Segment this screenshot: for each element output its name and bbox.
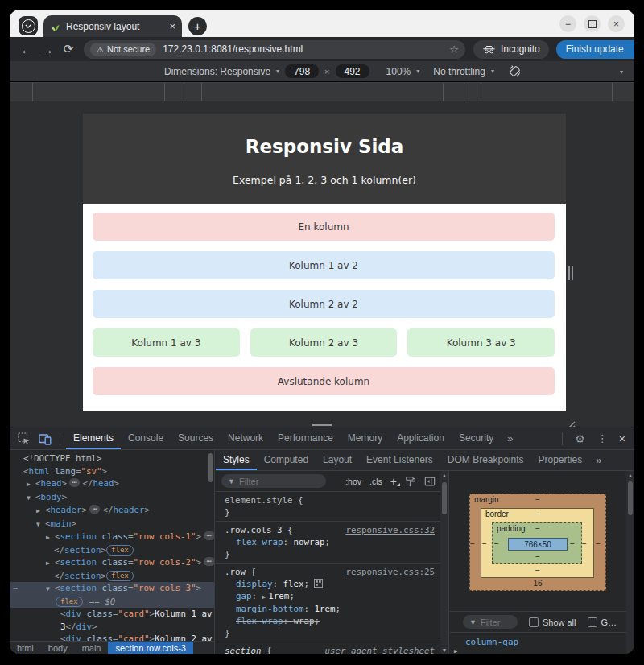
viewport-height-input[interactable]	[336, 64, 369, 78]
settings-gear-icon[interactable]: ⚙	[568, 432, 592, 445]
flex-badge[interactable]: flex	[106, 571, 134, 581]
styles-scrollbar[interactable]: ▲ ▼	[440, 471, 448, 654]
expand-arrow-icon[interactable]: ▶	[454, 648, 457, 654]
devtools-tab-network[interactable]: Network	[221, 428, 270, 449]
css-rule[interactable]: element.style {}	[216, 492, 441, 522]
toggle-class-button[interactable]: .cls	[366, 477, 386, 486]
css-property[interactable]: flex-wrap: wrap;	[225, 615, 435, 627]
scroll-down-icon[interactable]: ▼	[440, 647, 448, 653]
dom-line[interactable]: </section>flex	[10, 570, 214, 583]
show-all-checkbox[interactable]	[529, 618, 539, 627]
devtools-menu-dots-icon[interactable]: ⋮	[592, 432, 613, 444]
scrollbar-thumb[interactable]	[442, 482, 447, 514]
sidebar-tab-computed[interactable]: Computed	[257, 450, 316, 470]
devtools-tab-application[interactable]: Application	[390, 428, 452, 449]
margin-top-value[interactable]: −	[530, 495, 546, 504]
devtools-tab-performance[interactable]: Performance	[270, 428, 341, 449]
minimize-button[interactable]: −	[559, 15, 576, 32]
sidebar-tab-event-listeners[interactable]: Event Listeners	[359, 450, 440, 470]
reload-icon[interactable]: ⟳	[58, 42, 79, 56]
scrollbar-thumb[interactable]	[208, 453, 213, 482]
devtools-close-icon[interactable]: ×	[613, 432, 634, 445]
box-model-content[interactable]: 766×50	[508, 538, 568, 551]
border-bottom-value[interactable]: −	[530, 566, 546, 575]
dom-line[interactable]: ▶<section class="row cols-1">⋯	[10, 531, 214, 544]
throttling-selector[interactable]: No throttling	[433, 66, 485, 77]
bookmark-star-icon[interactable]: ☆	[449, 43, 459, 56]
stylesheet-source-link[interactable]: responsive.css:32	[345, 524, 435, 536]
css-property[interactable]: flex-wrap: nowrap;	[225, 536, 435, 548]
flex-badge[interactable]: flex	[56, 597, 83, 607]
devtools-tab-sources[interactable]: Sources	[171, 428, 221, 449]
device-toolbar-more-icon[interactable]: ▾	[620, 68, 623, 76]
group-checkbox[interactable]	[588, 618, 597, 627]
css-rule[interactable]: .row {responsive.css:25display: flex;gap…	[216, 564, 441, 642]
more-tabs-icon[interactable]: »	[501, 432, 519, 444]
scrollbar-thumb[interactable]	[628, 481, 633, 515]
scroll-up-icon[interactable]: ▲	[440, 473, 448, 478]
sidebar-tab-layout[interactable]: Layout	[316, 450, 359, 470]
sidebar-tab-properties[interactable]: Properties	[531, 450, 590, 470]
ellipsis-pill-icon[interactable]: ⋯	[204, 531, 214, 540]
viewport-width-input[interactable]	[285, 64, 319, 78]
twisty-icon[interactable]: ▶	[27, 478, 35, 491]
maximize-button[interactable]	[584, 15, 601, 32]
inspect-element-icon[interactable]	[18, 432, 31, 445]
dom-line[interactable]: ▶<section class="row cols-2">⋯	[10, 556, 214, 570]
devtools-tab-memory[interactable]: Memory	[341, 428, 390, 449]
dom-line[interactable]: ▼<body>	[10, 491, 214, 505]
dom-line[interactable]: <div class="card">Kolumn 1 av	[10, 608, 214, 621]
css-property[interactable]: margin-bottom: 1rem;	[225, 603, 435, 615]
ellipsis-pill-icon[interactable]: ⋯	[204, 557, 214, 566]
computed-property-row[interactable]: column-gap ▶	[450, 632, 634, 654]
scroll-up-icon[interactable]: ▲	[626, 473, 634, 478]
padding-left-value[interactable]: −	[489, 539, 505, 548]
breadcrumb-item[interactable]: main	[75, 642, 109, 654]
css-rule[interactable]: section {user agent stylesheet	[216, 642, 441, 654]
sidebar-tab-dom-breakpoints[interactable]: DOM Breakpoints	[440, 450, 531, 470]
styles-filter[interactable]: ▼	[221, 474, 326, 488]
dom-gutter-menu-icon[interactable]: ⋯	[13, 582, 19, 595]
forward-icon[interactable]: →	[37, 43, 58, 56]
dom-line[interactable]: <html lang="sv">	[10, 465, 214, 478]
margin-right-value[interactable]: −	[590, 539, 606, 548]
breadcrumb-item[interactable]: section.row.cols-3	[108, 642, 192, 654]
css-property[interactable]: gap: ▶1rem;	[225, 590, 435, 603]
twisty-icon[interactable]: ▼	[46, 583, 55, 596]
computed-scrollbar[interactable]: ▲	[626, 471, 634, 654]
margin-bottom-value[interactable]: 16	[530, 579, 546, 588]
computed-filter-input[interactable]	[481, 618, 511, 627]
twisty-icon[interactable]: ▶	[36, 505, 45, 518]
breadcrumb-item[interactable]: html	[10, 642, 41, 654]
viewport-resize-handle-right[interactable]	[568, 266, 576, 280]
zoom-selector[interactable]: 100%	[386, 66, 411, 77]
twisty-icon[interactable]: ▶	[46, 557, 55, 570]
dock-sidebar-icon[interactable]	[424, 476, 436, 487]
ellipsis-pill-icon[interactable]: ⋯	[69, 478, 80, 487]
expand-shorthand-icon[interactable]: ▶	[262, 593, 266, 601]
dom-line[interactable]: ▶<head>⋯</head>	[10, 477, 214, 491]
close-button[interactable]: ×	[608, 15, 625, 32]
dom-line[interactable]: <!DOCTYPE html>	[10, 452, 214, 465]
new-tab-button[interactable]: +	[188, 17, 207, 35]
padding-top-value[interactable]: −	[530, 524, 546, 533]
finish-update-button[interactable]: Finish update ⋮	[556, 40, 634, 59]
update-menu-dots-icon[interactable]: ⋮	[630, 43, 634, 55]
devtools-tab-elements[interactable]: Elements	[66, 428, 121, 449]
twisty-icon[interactable]: ▶	[46, 531, 55, 544]
computed-property-name[interactable]: column-gap	[465, 637, 518, 647]
browser-tab[interactable]: Responsiv layout ×	[43, 15, 182, 37]
dom-line[interactable]: flex== $0	[10, 596, 214, 609]
dom-line[interactable]: </section>flex	[10, 544, 214, 557]
device-toolbar-toggle-icon[interactable]	[39, 432, 52, 445]
rotate-icon[interactable]	[508, 64, 522, 78]
paint-roller-icon[interactable]	[405, 476, 416, 487]
computed-filter[interactable]: ▼	[463, 615, 518, 629]
flex-badge[interactable]: flex	[106, 545, 134, 556]
tab-close-icon[interactable]: ×	[169, 20, 175, 32]
new-style-rule-button[interactable]: +	[387, 475, 400, 488]
css-rule[interactable]: .row.cols-3 {responsive.css:32flex-wrap:…	[216, 522, 441, 564]
padding-bottom-value[interactable]: −	[530, 552, 546, 561]
twisty-icon[interactable]: ▼	[36, 518, 45, 531]
twisty-icon[interactable]: ▼	[27, 492, 35, 505]
